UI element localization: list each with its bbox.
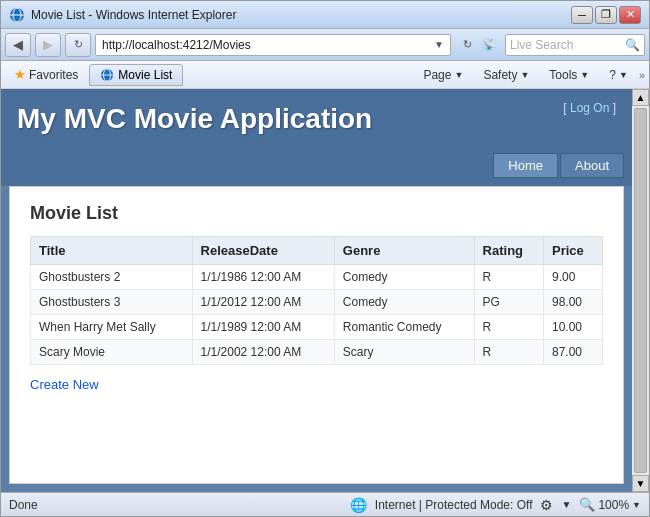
close-button[interactable]: ✕ xyxy=(619,6,641,24)
app-header: My MVC Movie Application [ Log On ] xyxy=(1,89,632,149)
title-bar: Movie List - Windows Internet Explorer ─… xyxy=(1,1,649,29)
status-text: Done xyxy=(9,498,350,512)
settings-icon[interactable]: ⚙ xyxy=(540,497,553,513)
magnifier-icon: 🔍 xyxy=(579,497,595,512)
help-dropdown-icon: ▼ xyxy=(619,70,628,80)
zoom-button[interactable]: 🔍 100% ▼ xyxy=(579,497,641,512)
movie-list-tab[interactable]: Movie List xyxy=(89,64,183,86)
table-cell: 87.00 xyxy=(543,340,602,365)
tools-dropdown-icon: ▼ xyxy=(580,70,589,80)
security-icon: 🌐 xyxy=(350,497,367,513)
login-area: [ Log On ] xyxy=(563,101,616,115)
toolbar-right: Page ▼ Safety ▼ Tools ▼ ? ▼ » xyxy=(414,64,645,86)
security-text: Internet | Protected Mode: Off xyxy=(375,498,533,512)
window-controls: ─ ❐ ✕ xyxy=(571,6,641,24)
search-icon[interactable]: 🔍 xyxy=(625,38,640,52)
table-row: Ghostbusters 31/1/2012 12:00 AMComedyPG9… xyxy=(31,290,603,315)
table-row: When Harry Met Sally1/1/1989 12:00 AMRom… xyxy=(31,315,603,340)
login-suffix: ] xyxy=(609,101,616,115)
about-nav-button[interactable]: About xyxy=(560,153,624,178)
restore-button[interactable]: ❐ xyxy=(595,6,617,24)
safety-dropdown-icon: ▼ xyxy=(520,70,529,80)
safety-button[interactable]: Safety ▼ xyxy=(474,64,538,86)
refresh-icon[interactable]: ↻ xyxy=(457,34,477,56)
favorites-button[interactable]: ★ Favorites xyxy=(5,64,87,86)
refresh-button[interactable]: ↻ xyxy=(65,33,91,57)
search-bar[interactable]: Live Search 🔍 xyxy=(505,34,645,56)
address-bar[interactable]: http://localhost:4212/Movies ▼ xyxy=(95,34,451,56)
scrollbar-thumb[interactable] xyxy=(634,108,647,473)
header-row: TitleReleaseDateGenreRatingPrice xyxy=(31,237,603,265)
table-cell: Scary xyxy=(334,340,474,365)
app-title: My MVC Movie Application xyxy=(17,103,372,135)
status-right: 🌐 Internet | Protected Mode: Off ⚙ ▼ 🔍 1… xyxy=(350,497,641,513)
table-cell: 1/1/1986 12:00 AM xyxy=(192,265,334,290)
forward-button[interactable]: ▶ xyxy=(35,33,61,57)
table-cell: When Harry Met Sally xyxy=(31,315,193,340)
table-body: Ghostbusters 21/1/1986 12:00 AMComedyR9.… xyxy=(31,265,603,365)
log-on-link[interactable]: Log On xyxy=(570,101,609,115)
tools-label: Tools xyxy=(549,68,577,82)
tab-label: Movie List xyxy=(118,68,172,82)
table-cell: 98.00 xyxy=(543,290,602,315)
page-inner: My MVC Movie Application [ Log On ] Home… xyxy=(1,89,649,492)
table-cell: 9.00 xyxy=(543,265,602,290)
page-button[interactable]: Page ▼ xyxy=(414,64,472,86)
status-bar: Done 🌐 Internet | Protected Mode: Off ⚙ … xyxy=(1,492,649,516)
rss-icon[interactable]: 📡 xyxy=(479,34,499,56)
table-cell: Scary Movie xyxy=(31,340,193,365)
login-prefix: [ xyxy=(563,101,570,115)
scrollbar-down-button[interactable]: ▼ xyxy=(632,475,649,492)
table-cell: R xyxy=(474,265,543,290)
help-button[interactable]: ? ▼ xyxy=(600,64,637,86)
scrollbar: ▲ ▼ xyxy=(632,89,649,492)
scrollbar-up-button[interactable]: ▲ xyxy=(632,89,649,106)
page-content: My MVC Movie Application [ Log On ] Home… xyxy=(1,89,649,492)
table-cell: 10.00 xyxy=(543,315,602,340)
table-cell: Ghostbusters 2 xyxy=(31,265,193,290)
nav-menu: Home About xyxy=(1,149,632,186)
table-cell: Comedy xyxy=(334,265,474,290)
ie-icon xyxy=(9,7,25,23)
table-header: TitleReleaseDateGenreRatingPrice xyxy=(31,237,603,265)
help-label: ? xyxy=(609,68,616,82)
page-dropdown-icon: ▼ xyxy=(454,70,463,80)
column-header: ReleaseDate xyxy=(192,237,334,265)
zoom-dropdown-arrow: ▼ xyxy=(632,500,641,510)
minimize-button[interactable]: ─ xyxy=(571,6,593,24)
tools-button[interactable]: Tools ▼ xyxy=(540,64,598,86)
address-dropdown-icon[interactable]: ▼ xyxy=(434,39,444,50)
table-cell: 1/1/2012 12:00 AM xyxy=(192,290,334,315)
favorites-star-icon: ★ xyxy=(14,67,26,82)
create-new-link[interactable]: Create New xyxy=(30,377,99,392)
table-cell: Comedy xyxy=(334,290,474,315)
browser-title: Movie List - Windows Internet Explorer xyxy=(31,8,571,22)
content-area: Movie List TitleReleaseDateGenreRatingPr… xyxy=(9,186,624,484)
zoom-level: 100% xyxy=(598,498,629,512)
nav-bar: ◀ ▶ ↻ http://localhost:4212/Movies ▼ ↻ 📡… xyxy=(1,29,649,61)
content-title: Movie List xyxy=(30,203,603,224)
favorites-label: Favorites xyxy=(29,68,78,82)
address-text: http://localhost:4212/Movies xyxy=(102,38,434,52)
home-nav-button[interactable]: Home xyxy=(493,153,558,178)
address-icons: ↻ 📡 xyxy=(457,34,499,56)
column-header: Price xyxy=(543,237,602,265)
search-placeholder: Live Search xyxy=(510,38,625,52)
table-cell: R xyxy=(474,315,543,340)
back-button[interactable]: ◀ xyxy=(5,33,31,57)
movies-table: TitleReleaseDateGenreRatingPrice Ghostbu… xyxy=(30,236,603,365)
table-cell: Romantic Comedy xyxy=(334,315,474,340)
table-cell: PG xyxy=(474,290,543,315)
page-label: Page xyxy=(423,68,451,82)
toolbar-extend-icon[interactable]: » xyxy=(639,69,645,81)
column-header: Rating xyxy=(474,237,543,265)
table-cell: 1/1/2002 12:00 AM xyxy=(192,340,334,365)
table-cell: R xyxy=(474,340,543,365)
safety-label: Safety xyxy=(483,68,517,82)
table-row: Scary Movie1/1/2002 12:00 AMScaryR87.00 xyxy=(31,340,603,365)
column-header: Genre xyxy=(334,237,474,265)
toolbar: ★ Favorites Movie List Page ▼ Safety ▼ T… xyxy=(1,61,649,89)
zoom-dropdown-icon[interactable]: ▼ xyxy=(561,499,571,510)
table-row: Ghostbusters 21/1/1986 12:00 AMComedyR9.… xyxy=(31,265,603,290)
table-cell: 1/1/1989 12:00 AM xyxy=(192,315,334,340)
